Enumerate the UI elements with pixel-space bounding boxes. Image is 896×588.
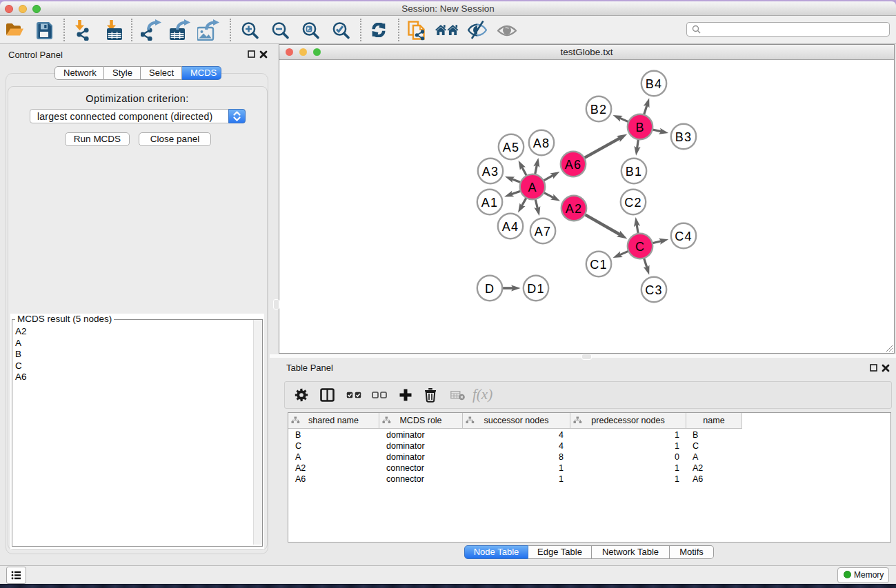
svg-text:A6: A6 [565,158,581,172]
svg-text:B: B [635,121,644,134]
svg-text:A: A [528,181,537,194]
svg-text:C3: C3 [645,283,662,297]
svg-text:D1: D1 [527,282,544,296]
svg-text:C: C [635,240,645,254]
svg-text:B4: B4 [646,77,662,91]
svg-text:B2: B2 [590,103,607,116]
svg-text:A4: A4 [502,220,519,234]
svg-text:A2: A2 [566,202,582,216]
svg-text:A7: A7 [535,225,551,239]
svg-text:B1: B1 [626,165,642,179]
svg-text:C1: C1 [590,258,607,272]
svg-text:A1: A1 [481,196,498,210]
svg-text:D: D [485,282,495,296]
svg-text:C2: C2 [624,196,641,210]
svg-text:A3: A3 [482,165,499,179]
svg-text:C4: C4 [675,230,692,243]
svg-text:A5: A5 [503,141,519,154]
svg-text:A8: A8 [533,136,550,150]
svg-text:B3: B3 [675,130,692,144]
